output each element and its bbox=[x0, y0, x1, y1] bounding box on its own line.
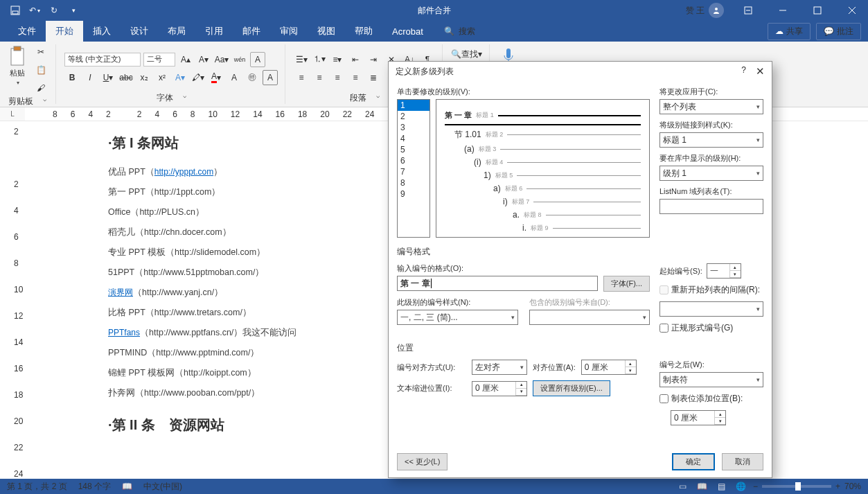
follow-select[interactable]: 制表符▾ bbox=[659, 372, 763, 387]
indent-spinner[interactable]: 0 厘米▴▾ bbox=[472, 381, 527, 396]
legal-checkbox[interactable]: 正规形式编号(G) bbox=[659, 322, 763, 334]
align-left-icon[interactable]: ≡ bbox=[294, 70, 309, 85]
multilevel-icon[interactable]: ≡▾ bbox=[330, 52, 345, 67]
tab-file[interactable]: 文件 bbox=[8, 21, 46, 42]
tab-mailings[interactable]: 邮件 bbox=[233, 21, 270, 42]
italic-icon[interactable]: I bbox=[82, 70, 98, 85]
tab-references[interactable]: 引用 bbox=[195, 21, 233, 42]
close-icon[interactable] bbox=[836, 0, 868, 21]
superscript-icon[interactable]: x² bbox=[154, 70, 170, 85]
dialog-help-icon[interactable]: ? bbox=[741, 65, 746, 78]
find-button[interactable]: 🔍查找▾ bbox=[451, 48, 482, 60]
phonetic-icon[interactable]: wén bbox=[232, 52, 247, 67]
tab-acrobat[interactable]: Acrobat bbox=[382, 22, 433, 41]
ok-button[interactable]: 确定 bbox=[672, 453, 715, 470]
numfmt-input[interactable]: 第 一 章 bbox=[397, 276, 598, 291]
level-item[interactable]: 3 bbox=[398, 122, 429, 133]
enclose-icon[interactable]: ㊕ bbox=[245, 70, 260, 85]
tab-view[interactable]: 视图 bbox=[308, 21, 345, 42]
bullets-icon[interactable]: ☰▾ bbox=[294, 52, 309, 67]
shrink-font-icon[interactable]: A▾ bbox=[196, 52, 211, 67]
less-button[interactable]: << 更少(L) bbox=[397, 453, 448, 470]
web-view-icon[interactable]: 🌐 bbox=[734, 480, 749, 493]
listnum-input[interactable] bbox=[659, 199, 763, 214]
justify-icon[interactable]: ≡ bbox=[348, 70, 363, 85]
comments-button[interactable]: 💬 批注 bbox=[816, 23, 861, 40]
search-box[interactable]: 🔍 搜索 bbox=[444, 26, 475, 37]
undo-icon[interactable]: ↶▾ bbox=[25, 1, 44, 20]
gallery-select[interactable]: 级别 1▾ bbox=[659, 166, 763, 181]
font-button[interactable]: 字体(F)... bbox=[603, 276, 650, 292]
cancel-button[interactable]: 取消 bbox=[722, 453, 763, 470]
zoom-in-icon[interactable]: + bbox=[835, 482, 840, 491]
grow-font-icon[interactable]: A▴ bbox=[178, 52, 193, 67]
level-item[interactable]: 4 bbox=[398, 133, 429, 144]
language-status[interactable]: 中文(中国) bbox=[143, 481, 182, 493]
tab-insert[interactable]: 插入 bbox=[83, 21, 121, 42]
distribute-icon[interactable]: ≣ bbox=[366, 70, 381, 85]
page-status[interactable]: 第 1 页，共 2 页 bbox=[7, 481, 67, 493]
save-icon[interactable] bbox=[6, 1, 25, 20]
strike-icon[interactable]: abc bbox=[118, 70, 134, 85]
level-item[interactable]: 6 bbox=[398, 155, 429, 166]
minimize-icon[interactable] bbox=[767, 0, 799, 21]
doc-link[interactable]: http://ypppt.com bbox=[154, 167, 213, 177]
qat-more-icon[interactable]: ▾ bbox=[64, 1, 83, 20]
align-center-icon[interactable]: ≡ bbox=[312, 70, 327, 85]
numstyle-select[interactable]: 一, 二, 三 (简)...▾ bbox=[397, 310, 518, 325]
increase-indent-icon[interactable]: ⇥ bbox=[366, 52, 381, 67]
char-shading-icon[interactable]: A bbox=[227, 70, 242, 85]
vertical-ruler[interactable]: 224681012141618202224 bbox=[0, 121, 25, 482]
read-view-icon[interactable]: 📖 bbox=[695, 480, 710, 493]
ribbon-options-icon[interactable] bbox=[732, 0, 764, 21]
clear-format-icon[interactable]: A bbox=[250, 52, 265, 67]
copy-icon[interactable]: 📋 bbox=[33, 62, 48, 78]
redo-icon[interactable]: ↻ bbox=[44, 1, 64, 20]
share-button[interactable]: ☁ 共享 bbox=[768, 23, 811, 40]
maximize-icon[interactable] bbox=[801, 0, 833, 21]
cut-icon[interactable]: ✂ bbox=[33, 44, 48, 60]
align-right-icon[interactable]: ≡ bbox=[330, 70, 345, 85]
change-case-icon[interactable]: Aa▾ bbox=[214, 52, 229, 67]
char-border-icon[interactable]: A bbox=[263, 70, 278, 85]
zoom-out-icon[interactable]: − bbox=[753, 482, 758, 491]
font-size-select[interactable] bbox=[143, 53, 175, 67]
align-select[interactable]: 左对齐▾ bbox=[472, 360, 527, 375]
level-item[interactable]: 7 bbox=[398, 166, 429, 177]
apply-to-select[interactable]: 整个列表▾ bbox=[659, 99, 763, 114]
level-item[interactable]: 9 bbox=[398, 188, 429, 200]
highlight-icon[interactable]: 🖍▾ bbox=[191, 70, 206, 85]
text-effects-icon[interactable]: A▾ bbox=[172, 70, 188, 85]
spell-check-icon[interactable]: 📖 bbox=[122, 482, 132, 491]
tab-review[interactable]: 审阅 bbox=[270, 21, 308, 42]
level-item[interactable]: 8 bbox=[398, 177, 429, 188]
tab-help[interactable]: 帮助 bbox=[345, 21, 382, 42]
level-item[interactable]: 2 bbox=[398, 111, 429, 122]
setall-button[interactable]: 设置所有级别(E)... bbox=[533, 380, 610, 396]
decrease-indent-icon[interactable]: ⇤ bbox=[348, 52, 363, 67]
tabstop-checkbox[interactable]: 制表位添加位置(B): bbox=[659, 393, 763, 405]
print-view-icon[interactable]: ▤ bbox=[714, 480, 729, 493]
user-account[interactable]: 赞 王 bbox=[686, 3, 724, 18]
tab-home[interactable]: 开始 bbox=[46, 21, 83, 42]
link-style-select[interactable]: 标题 1▾ bbox=[659, 132, 763, 148]
tab-design[interactable]: 设计 bbox=[121, 21, 158, 42]
alignat-spinner[interactable]: 0 厘米▴▾ bbox=[581, 360, 637, 375]
tab-layout[interactable]: 布局 bbox=[158, 21, 195, 42]
word-count[interactable]: 148 个字 bbox=[78, 481, 111, 493]
zoom-slider[interactable] bbox=[762, 485, 831, 488]
start-spinner[interactable]: 一▴▾ bbox=[707, 263, 741, 279]
ruler-tab-selector[interactable]: L bbox=[0, 107, 25, 121]
level-list[interactable]: 123456789 bbox=[397, 99, 430, 238]
level-item[interactable]: 1 bbox=[398, 100, 429, 111]
font-color-icon[interactable]: A▾ bbox=[209, 70, 224, 85]
dialog-close-icon[interactable]: ✕ bbox=[756, 65, 765, 78]
format-painter-icon[interactable]: 🖌 bbox=[33, 80, 48, 96]
bold-icon[interactable]: B bbox=[64, 70, 80, 85]
focus-view-icon[interactable]: ▭ bbox=[675, 480, 691, 493]
paste-button[interactable]: 粘贴 ▾ bbox=[6, 44, 29, 96]
zoom-value[interactable]: 70% bbox=[844, 482, 861, 491]
doc-link[interactable]: 演界网 bbox=[108, 288, 133, 297]
underline-icon[interactable]: U▾ bbox=[100, 70, 116, 85]
numbering-icon[interactable]: ⒈▾ bbox=[312, 52, 327, 67]
